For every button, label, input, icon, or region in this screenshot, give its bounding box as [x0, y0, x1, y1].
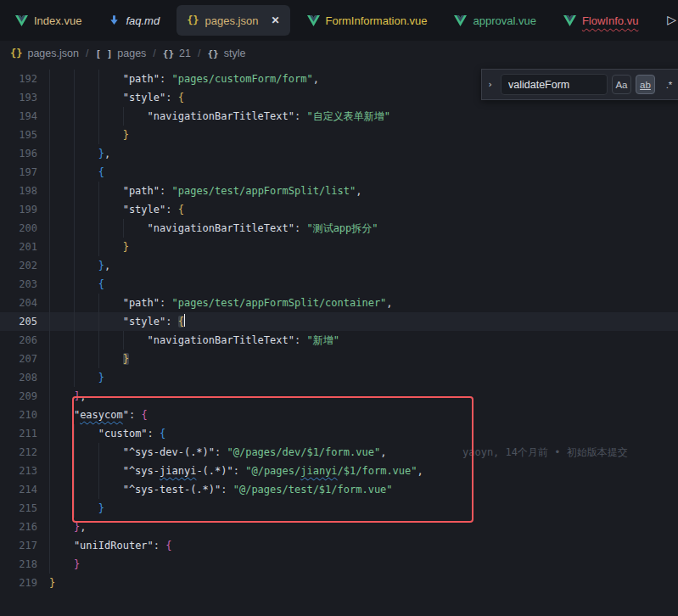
- code-line: 199"style": {: [0, 200, 678, 219]
- find-match-case-button[interactable]: Aa: [612, 75, 631, 94]
- code-token: "style": [123, 204, 166, 216]
- tab-index-vue[interactable]: Index.vue: [2, 5, 95, 36]
- code-token: }: [123, 241, 129, 253]
- line-number: 211: [0, 424, 37, 443]
- line-number: 200: [0, 219, 37, 238]
- breadcrumb-item-style[interactable]: {}style: [207, 48, 245, 59]
- breadcrumb-separator: /: [198, 48, 200, 59]
- line-number: 198: [0, 182, 37, 200]
- fold-gutter: [37, 312, 49, 331]
- code-line-content: "style": {: [49, 200, 678, 219]
- indent-guide-icon: [74, 107, 98, 126]
- tab-label: Index.vue: [34, 14, 81, 27]
- code-token: "^sys-: [123, 465, 160, 477]
- find-whole-word-button[interactable]: ab: [636, 75, 655, 94]
- tab-faq-md[interactable]: faq.md: [95, 5, 173, 36]
- indent-guide-icon: [49, 200, 74, 219]
- tab-forminformation-vue[interactable]: FormInformation.vue: [294, 5, 441, 36]
- indent-guide-icon: [49, 238, 74, 256]
- close-icon[interactable]: ✕: [271, 14, 279, 26]
- code-token: :: [221, 484, 233, 496]
- code-editor[interactable]: 192"path": "pages/customForm/form",193"s…: [0, 66, 678, 616]
- code-token: }: [74, 558, 80, 570]
- line-number: 195: [0, 126, 37, 144]
- find-regex-label: .*: [666, 80, 673, 90]
- code-line: 195}: [0, 126, 678, 144]
- indent-guide-icon: [74, 443, 98, 462]
- indent-guide-icon: [74, 163, 98, 182]
- breadcrumb-item-pages.json[interactable]: {}pages.json: [10, 48, 79, 59]
- code-token: }: [98, 148, 104, 160]
- code-token: "style": [123, 92, 166, 104]
- fold-gutter: [37, 238, 49, 256]
- fold-gutter: [37, 200, 49, 219]
- tab-label: faq.md: [126, 14, 160, 27]
- tab-label: approval.vue: [473, 14, 535, 27]
- indent-guide-icon: [49, 294, 74, 312]
- code-token: "@/pages/test/$1/form.vue": [233, 484, 393, 496]
- code-line-content: }: [49, 574, 678, 592]
- code-token: "navigationBarTitleText": [148, 334, 294, 346]
- code-token: {: [141, 409, 147, 421]
- code-token: "pages/test/appFormSplit/container": [171, 297, 386, 309]
- indent-guide-icon: [74, 312, 98, 331]
- line-number: 204: [0, 294, 37, 312]
- code-token: "pages/test/appFormSplit/list": [171, 185, 356, 197]
- fold-gutter: [37, 574, 49, 592]
- code-line: 205"style": {: [0, 312, 678, 331]
- fold-gutter: [37, 518, 49, 536]
- line-number: 207: [0, 350, 37, 368]
- code-token: {: [98, 166, 104, 178]
- indent-guide-icon: [74, 256, 98, 275]
- code-line-content: "^sys-jianyi-(.*)": "@/pages/jianyi/$1/f…: [49, 462, 678, 480]
- indent-guide-icon: [74, 294, 98, 312]
- indent-guide-icon: [49, 518, 74, 536]
- run-icon[interactable]: ▷: [667, 13, 676, 26]
- breadcrumb-item-pages[interactable]: [ ]pages: [95, 48, 146, 59]
- vue-icon: [307, 15, 320, 26]
- json-icon: {}: [10, 48, 22, 59]
- indent-guide-icon: [49, 256, 74, 275]
- indent-guide-icon: [49, 499, 74, 518]
- tab-approval-vue[interactable]: approval.vue: [440, 5, 549, 36]
- find-expand-chevron-icon[interactable]: ›: [484, 79, 496, 90]
- indent-guide-icon: [98, 238, 123, 256]
- fold-gutter: [37, 275, 49, 294]
- fold-gutter: [37, 126, 49, 144]
- code-line: 203{: [0, 275, 678, 294]
- tab-pages-json[interactable]: {}pages.json✕: [177, 5, 289, 36]
- code-token: :: [160, 73, 171, 85]
- indent-guide-icon: [98, 312, 123, 331]
- fold-gutter: [37, 406, 49, 424]
- line-number: 205: [0, 312, 37, 331]
- breadcrumb: {}pages.json/[ ]pages/{}21/{}style: [0, 41, 678, 66]
- indent-guide-icon: [98, 88, 123, 107]
- indent-guide-icon: [74, 350, 98, 368]
- code-line-content: "^sys-test-(.*)": "@/pages/test/$1/form.…: [49, 480, 678, 499]
- code-line-content: }: [49, 555, 678, 574]
- indent-guide-icon: [49, 368, 74, 387]
- indent-guide-icon: [98, 70, 123, 88]
- indent-guide-icon: [74, 144, 98, 163]
- line-number: 202: [0, 256, 37, 275]
- code-line-content: }: [49, 350, 678, 368]
- code-token: easycom: [80, 409, 123, 421]
- code-token: "^sys-dev-(.*)": [123, 446, 215, 458]
- breadcrumb-item-21[interactable]: {}21: [163, 48, 191, 59]
- indent-guide-icon: [123, 107, 148, 126]
- indent-guide-icon: [74, 499, 98, 518]
- code-line: 204"path": "pages/test/appFormSplit/cont…: [0, 294, 678, 312]
- code-token: "^sys-test-(.*)": [123, 484, 221, 496]
- code-token: /$1/form.vue": [338, 465, 417, 477]
- code-token: "navigationBarTitleText": [148, 222, 294, 234]
- indent-guide-icon: [49, 219, 74, 238]
- code-line: 210"easycom": {: [0, 406, 678, 424]
- fold-gutter: [37, 331, 49, 350]
- tab-flowinfo-vu[interactable]: FlowInfo.vu: [550, 5, 652, 36]
- find-input[interactable]: [501, 74, 608, 95]
- code-token: }: [49, 577, 55, 589]
- code-token: {: [160, 428, 165, 440]
- line-number: 193: [0, 88, 37, 107]
- code-token: -(.*)": [196, 465, 233, 477]
- find-regex-button[interactable]: .*: [659, 75, 678, 94]
